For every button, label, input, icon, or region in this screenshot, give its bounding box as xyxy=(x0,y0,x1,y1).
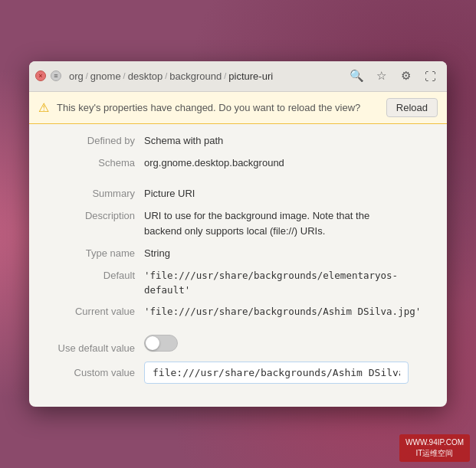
summary-row: Summary Picture URI xyxy=(44,186,432,201)
defined-by-row: Defined by Schema with path xyxy=(44,133,432,149)
watermark-line1: WWW.94IP.COM xyxy=(405,437,464,448)
current-value-value: 'file:///usr/share/backgrounds/Ashim DSi… xyxy=(144,305,421,319)
summary-label: Summary xyxy=(44,188,144,199)
description-label: Description xyxy=(44,210,144,221)
summary-value: Picture URI xyxy=(144,186,195,201)
custom-value-label: Custom value xyxy=(44,367,144,378)
settings-button[interactable]: ⚙ xyxy=(395,65,416,87)
warning-text: This key's properties have changed. Do y… xyxy=(57,102,379,113)
schema-value: org.gnome.desktop.background xyxy=(144,155,284,171)
defined-by-label: Defined by xyxy=(44,135,144,146)
breadcrumb-picture-uri[interactable]: picture-uri xyxy=(228,70,273,82)
breadcrumb: org / gnome / desktop / background / pic… xyxy=(69,70,341,82)
schema-label: Schema xyxy=(44,157,144,169)
breadcrumb-gnome[interactable]: gnome xyxy=(90,70,121,82)
divider-1 xyxy=(44,178,432,186)
watermark: WWW.94IP.COM IT运维空间 xyxy=(399,434,470,462)
titlebar-actions: 🔍 ☆ ⚙ ⛶ xyxy=(346,65,441,87)
close-button[interactable]: × xyxy=(35,70,46,81)
description-row: Description URI to use for the backgroun… xyxy=(44,208,432,238)
schema-row: Schema org.gnome.desktop.background xyxy=(44,155,432,171)
breadcrumb-sep-1: / xyxy=(86,71,88,80)
main-window: × ≡ org / gnome / desktop / background /… xyxy=(29,61,447,407)
warning-icon: ⚠ xyxy=(38,100,49,115)
use-default-row: Use default value xyxy=(44,335,432,354)
use-default-label: Use default value xyxy=(44,342,144,354)
breadcrumb-sep-3: / xyxy=(165,71,167,80)
content-area: Defined by Schema with path Schema org.g… xyxy=(29,124,447,407)
search-button[interactable]: 🔍 xyxy=(346,65,367,87)
breadcrumb-background[interactable]: background xyxy=(169,70,222,82)
type-name-value: String xyxy=(144,246,170,261)
use-default-toggle[interactable] xyxy=(144,335,178,352)
breadcrumb-sep-4: / xyxy=(224,71,226,80)
current-value-row: Current value 'file:///usr/share/backgro… xyxy=(44,305,432,319)
breadcrumb-sep-2: / xyxy=(123,71,126,80)
default-row: Default 'file:///usr/share/backgrounds/e… xyxy=(44,269,432,298)
warning-banner: ⚠ This key's properties have changed. Do… xyxy=(29,92,447,124)
search-icon: 🔍 xyxy=(350,69,364,83)
divider-2 xyxy=(44,327,432,335)
description-value: URI to use for the background image. Not… xyxy=(144,208,409,238)
tune-icon: ≡ xyxy=(54,72,57,80)
type-name-row: Type name String xyxy=(44,246,432,261)
bookmark-icon: ☆ xyxy=(376,69,386,83)
bookmark-button[interactable]: ☆ xyxy=(370,65,392,87)
watermark-line2: IT运维空间 xyxy=(405,448,464,459)
tune-button[interactable]: ≡ xyxy=(51,70,61,81)
custom-value-row: Custom value xyxy=(44,362,432,384)
reload-button[interactable]: Reload xyxy=(386,98,438,117)
expand-icon: ⛶ xyxy=(425,70,436,83)
titlebar: × ≡ org / gnome / desktop / background /… xyxy=(29,61,447,92)
custom-value-input[interactable] xyxy=(144,362,409,384)
settings-icon: ⚙ xyxy=(401,69,411,83)
default-value: 'file:///usr/share/backgrounds/elementar… xyxy=(144,269,432,298)
default-label: Default xyxy=(44,270,144,281)
breadcrumb-desktop[interactable]: desktop xyxy=(128,70,163,82)
defined-by-value: Schema with path xyxy=(144,133,223,149)
type-name-label: Type name xyxy=(44,247,144,259)
expand-button[interactable]: ⛶ xyxy=(419,65,441,87)
current-value-label: Current value xyxy=(44,306,144,317)
breadcrumb-org[interactable]: org xyxy=(69,70,84,82)
